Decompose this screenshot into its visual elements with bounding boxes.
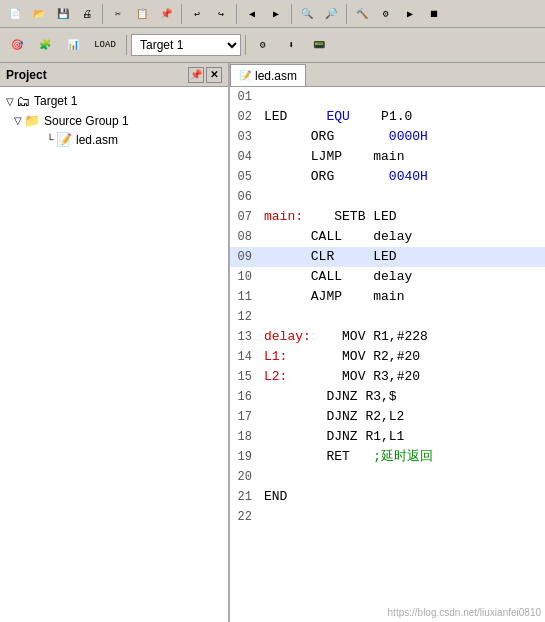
code-line-08: 08 CALL delay: [230, 227, 545, 247]
clr-sp: [342, 249, 365, 264]
cut-icon[interactable]: ✂: [107, 3, 129, 25]
run-icon[interactable]: ▶: [399, 3, 421, 25]
download-icon[interactable]: ⬇: [278, 32, 304, 58]
call-sp1: [350, 229, 366, 244]
end-kw: END: [264, 489, 287, 504]
main-label: main:: [264, 209, 303, 224]
mov-r3: MOV R3,#20: [342, 369, 420, 384]
main-layout: Project 📌 ✕ ▽ 🗂 Target 1 ▽ 📁 Source Grou…: [0, 63, 545, 622]
tree-item-target[interactable]: ▽ 🗂 Target 1: [0, 91, 228, 111]
line-num-02: 02: [230, 107, 260, 127]
line-num-05: 05: [230, 167, 260, 187]
line-content-18: DJNZ R1,L1: [260, 427, 545, 447]
tab-led-asm[interactable]: 📝 led.asm: [230, 64, 306, 86]
line-num-16: 16: [230, 387, 260, 407]
line-content-10: CALL delay: [260, 267, 545, 287]
save-icon[interactable]: 💾: [52, 3, 74, 25]
call-kw-2: CALL: [264, 269, 342, 284]
new-file-icon[interactable]: 📄: [4, 3, 26, 25]
build2-icon[interactable]: ⚙: [375, 3, 397, 25]
code-line-14: 14 L1: MOV R2,#20: [230, 347, 545, 367]
toolbar-row2: 🎯 🧩 📊 LOAD Target 1 ⚙ ⬇ 📟: [0, 28, 545, 62]
line-content-14: L1: MOV R2,#20: [260, 347, 545, 367]
tree-item-file[interactable]: └ 📝 led.asm: [0, 130, 228, 149]
stop-icon[interactable]: ⏹: [423, 3, 445, 25]
target-select[interactable]: Target 1: [131, 34, 241, 56]
watermark: https://blog.csdn.net/liuxianfei0810: [388, 607, 541, 618]
org-val-2: 0040H: [389, 169, 428, 184]
tab-bar: 📝 led.asm: [230, 63, 545, 87]
org-sp2: [342, 169, 381, 184]
setb-kw: SETB LED: [334, 209, 396, 224]
back-icon[interactable]: ◀: [241, 3, 263, 25]
line-num-18: 18: [230, 427, 260, 447]
delay-label: delay:: [264, 329, 311, 344]
code-line-15: 15 L2: MOV R3,#20: [230, 367, 545, 387]
target-icon[interactable]: 🎯: [4, 32, 30, 58]
l1-sp: [295, 349, 334, 364]
line-content-05: ORG 0040H: [260, 167, 545, 187]
unknown-icon1[interactable]: 🖨: [76, 3, 98, 25]
line-content-16: DJNZ R3,$: [260, 387, 545, 407]
line-content-13: delay: MOV R1,#228: [260, 327, 545, 347]
ljmp-kw: LJMP: [264, 149, 342, 164]
project-header-right: 📌 ✕: [188, 67, 222, 83]
tree-file-label: led.asm: [76, 133, 118, 147]
paste-icon[interactable]: 📌: [155, 3, 177, 25]
code-line-22: 22: [230, 507, 545, 527]
project-tree: ▽ 🗂 Target 1 ▽ 📁 Source Group 1 └ 📝 led.…: [0, 87, 228, 153]
event-icon[interactable]: 📊: [60, 32, 86, 58]
code-line-10: 10 CALL delay: [230, 267, 545, 287]
line-num-13: 13: [230, 327, 260, 347]
code-line-07: 07 main: SETB LED: [230, 207, 545, 227]
copy-icon[interactable]: 📋: [131, 3, 153, 25]
line-num-20: 20: [230, 467, 260, 487]
undo-icon[interactable]: ↩: [186, 3, 208, 25]
code-line-18: 18 DJNZ R1,L1: [230, 427, 545, 447]
forward-icon[interactable]: ▶: [265, 3, 287, 25]
l1-label: L1:: [264, 349, 287, 364]
code-content[interactable]: 01 02 LED EQU P1.0 03 ORG: [230, 87, 545, 622]
ret-kw: RET: [264, 449, 350, 464]
build-icon[interactable]: 🔨: [351, 3, 373, 25]
project-header-left: Project: [6, 68, 47, 82]
led-label: LED: [264, 109, 287, 124]
tree-target-label: Target 1: [34, 94, 77, 108]
settings-icon[interactable]: ⚙: [250, 32, 276, 58]
call-target-1: delay: [373, 229, 412, 244]
p1-val: P1.0: [381, 109, 412, 124]
equ-kw: EQU: [326, 109, 349, 124]
target-icon-tree: 🗂: [16, 93, 30, 109]
find-icon[interactable]: 🔍: [296, 3, 318, 25]
tree-expand-source: ▽: [12, 115, 24, 126]
call-target-2: delay: [373, 269, 412, 284]
tree-item-source-group[interactable]: ▽ 📁 Source Group 1: [0, 111, 228, 130]
line-content-17: DJNZ R2,L2: [260, 407, 545, 427]
call-kw-1: CALL: [264, 229, 342, 244]
serial-icon[interactable]: 📟: [306, 32, 332, 58]
line-num-03: 03: [230, 127, 260, 147]
find2-icon[interactable]: 🔎: [320, 3, 342, 25]
code-line-19: 19 RET ;延时返回: [230, 447, 545, 467]
separator6: [126, 35, 127, 55]
code-line-02: 02 LED EQU P1.0: [230, 107, 545, 127]
separator5: [346, 4, 347, 24]
redo-icon[interactable]: ↪: [210, 3, 232, 25]
line-num-08: 08: [230, 227, 260, 247]
component-icon[interactable]: 🧩: [32, 32, 58, 58]
code-line-04: 04 LJMP main: [230, 147, 545, 167]
line-num-01: 01: [230, 87, 260, 107]
load-icon[interactable]: LOAD: [88, 32, 122, 58]
mov-r2: MOV R2,#20: [342, 349, 420, 364]
panel-pin-button[interactable]: 📌: [188, 67, 204, 83]
tree-expand-file: └: [44, 134, 56, 145]
line-num-22: 22: [230, 507, 260, 527]
tab-file-icon: 📝: [239, 70, 251, 81]
panel-close-button[interactable]: ✕: [206, 67, 222, 83]
clr-target: LED: [373, 249, 396, 264]
separator3: [236, 4, 237, 24]
separator2: [181, 4, 182, 24]
open-file-icon[interactable]: 📂: [28, 3, 50, 25]
line-num-19: 19: [230, 447, 260, 467]
line-num-10: 10: [230, 267, 260, 287]
